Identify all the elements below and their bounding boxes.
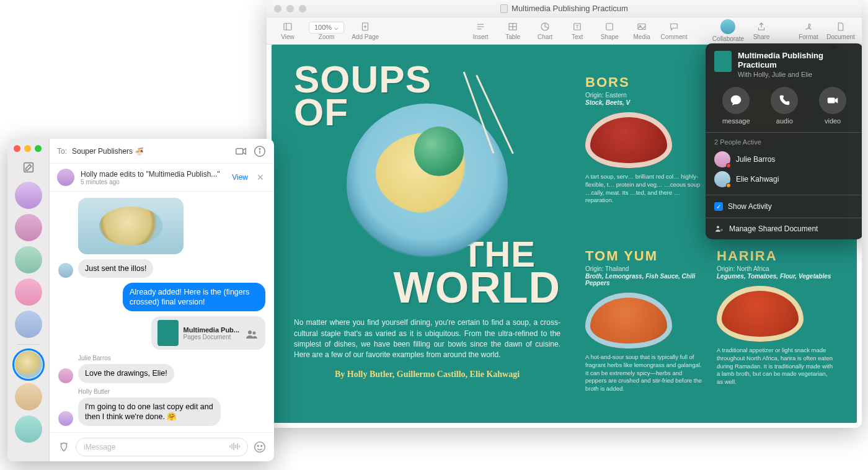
attachment-thumbnail-icon — [157, 320, 179, 346]
recipe-tomyum: TOM YUM Origin: Thailand Broth, Lemongra… — [585, 248, 703, 404]
comment-button[interactable]: Comment — [659, 19, 689, 43]
sidebar-conversation-6[interactable] — [15, 383, 42, 410]
collab-message-button[interactable]: message — [722, 87, 750, 125]
traffic-minimize-icon[interactable] — [24, 145, 31, 152]
svg-rect-21 — [236, 148, 243, 154]
show-activity-checkbox[interactable]: ✓ Show Activity — [714, 201, 854, 212]
message-input-bar: iMessage — [50, 432, 274, 461]
traffic-minimize-icon[interactable] — [286, 5, 294, 12]
collab-audio-button[interactable]: audio — [771, 87, 798, 125]
messages-sidebar — [7, 139, 50, 461]
svg-point-18 — [717, 226, 719, 228]
input-placeholder: iMessage — [84, 443, 115, 451]
media-button[interactable]: Media — [627, 19, 657, 43]
collab-doc-title: Multimedia Publishing Practicum — [738, 51, 854, 69]
sidebar-conversation-1[interactable] — [15, 182, 42, 209]
traffic-close-icon[interactable] — [14, 145, 20, 152]
recipe-title: HARIRA — [717, 248, 835, 264]
pages-window: Multimedia Publishing Practicum View 100… — [267, 0, 862, 428]
collaborate-button[interactable]: Collaborate — [712, 19, 744, 43]
recipe-desc: A tart soup, serv… brilliant red col… hi… — [585, 173, 703, 205]
messages-traffic-lights[interactable] — [14, 145, 42, 152]
sidebar-conversation-3[interactable] — [15, 246, 42, 273]
svg-point-34 — [257, 445, 259, 446]
svg-rect-15 — [638, 24, 645, 30]
doc-byline: By Holly Butler, Guillermo Castillo, Eli… — [294, 370, 560, 379]
avatar-icon — [714, 151, 730, 167]
messages-main: To: Souper Publishers 🍜 Holly made edits… — [50, 139, 274, 461]
zoom-dropdown[interactable]: 100% ⌵Zoom — [305, 19, 348, 43]
doc-thumbnail-icon — [714, 51, 732, 72]
sidebar-conversation-5[interactable] — [15, 311, 42, 338]
sender-avatar-icon — [58, 411, 73, 426]
shape-button[interactable]: Shape — [595, 19, 624, 43]
view-button[interactable]: View — [273, 19, 303, 43]
share-button[interactable]: Share — [746, 19, 776, 43]
text-button[interactable]: TText — [562, 19, 592, 43]
message-bubble-in: Just sent the illos! — [78, 259, 153, 278]
message-image-attachment[interactable] — [78, 198, 184, 254]
message-document-attachment[interactable]: Multimedia Pub... Pages Document — [151, 316, 265, 350]
recipe-ingredients: Stock, Beets, V — [585, 99, 703, 106]
compose-button[interactable] — [22, 161, 35, 174]
sidebar-conversation-7[interactable] — [15, 415, 42, 443]
recipe-origin: Origin: North Africa — [717, 265, 835, 272]
svg-rect-0 — [284, 24, 291, 30]
checkbox-checked-icon: ✓ — [714, 202, 723, 211]
sender-name-label: Holly Butler — [78, 388, 265, 395]
message-stream[interactable]: Just sent the illos! Already added! Here… — [50, 192, 274, 432]
pages-window-title: Multimedia Publishing Practicum — [267, 4, 862, 14]
person-name: Julie Barros — [736, 155, 775, 164]
manage-shared-button[interactable]: Manage Shared Document — [714, 224, 854, 234]
document-button[interactable]: Document — [826, 19, 856, 43]
banner-view-button[interactable]: View — [232, 173, 248, 182]
recipe-origin: Origin: Thailand — [585, 265, 703, 272]
shared-people-icon — [244, 327, 259, 339]
audio-waveform-icon[interactable] — [229, 442, 241, 453]
svg-point-25 — [248, 330, 252, 334]
sender-avatar-icon — [58, 368, 73, 383]
document-icon — [500, 4, 508, 13]
facetime-video-button[interactable] — [234, 144, 248, 158]
sidebar-conversation-4[interactable] — [15, 278, 42, 306]
collaborate-popover: Multimedia Publishing Practicum With Hol… — [706, 43, 862, 239]
table-button[interactable]: Table — [498, 19, 528, 43]
message-input[interactable]: iMessage — [76, 438, 248, 456]
add-page-button[interactable]: Add Page — [350, 19, 380, 43]
banner-text: Holly made edits to "Multimedia Publish.… — [81, 170, 226, 179]
svg-point-35 — [261, 445, 262, 446]
traffic-zoom-icon[interactable] — [299, 5, 306, 12]
emoji-button[interactable] — [253, 440, 267, 454]
apps-button[interactable] — [57, 440, 71, 454]
recipe-desc: A hot-and-sour soup that is typically fu… — [585, 353, 703, 393]
traffic-zoom-icon[interactable] — [35, 145, 42, 152]
traffic-close-icon[interactable] — [274, 5, 281, 12]
sidebar-conversation-2[interactable] — [15, 214, 42, 241]
sidebar-conversation-souper[interactable] — [15, 351, 42, 378]
collab-video-button[interactable]: video — [819, 87, 846, 125]
recipe-title: BORS — [585, 74, 703, 91]
attachment-title: Multimedia Pub... — [184, 326, 239, 334]
chart-button[interactable]: Chart — [530, 19, 560, 43]
collab-person-elie[interactable]: Elie Kahwagi — [714, 169, 854, 189]
svg-text:T: T — [576, 24, 579, 30]
sender-name-label: Julie Barros — [78, 355, 265, 361]
recipe-borscht: BORS Origin: Eastern Stock, Beets, V A t… — [585, 74, 703, 231]
info-button[interactable] — [253, 144, 267, 158]
recipe-ingredients: Legumes, Tomatoes, Flour, Vegetables — [717, 273, 835, 280]
svg-point-33 — [255, 442, 265, 453]
soup-illustration — [585, 112, 672, 168]
collab-person-julie[interactable]: Julie Barros — [714, 149, 854, 169]
attachment-subtitle: Pages Document — [184, 334, 239, 340]
pages-titlebar[interactable]: Multimedia Publishing Practicum — [267, 0, 862, 17]
soup-illustration — [585, 293, 672, 348]
show-activity-label: Show Activity — [728, 202, 772, 211]
messages-window: To: Souper Publishers 🍜 Holly made edits… — [7, 139, 274, 461]
avatar-icon — [714, 171, 730, 187]
insert-button[interactable]: Insert — [466, 19, 495, 43]
format-button[interactable]: Format — [794, 19, 823, 43]
person-name: Elie Kahwagi — [736, 175, 779, 184]
banner-close-button[interactable]: ✕ — [254, 172, 267, 182]
recipe-desc: A traditional appetizer or light snack m… — [717, 347, 835, 386]
pages-traffic-lights[interactable] — [274, 5, 306, 12]
